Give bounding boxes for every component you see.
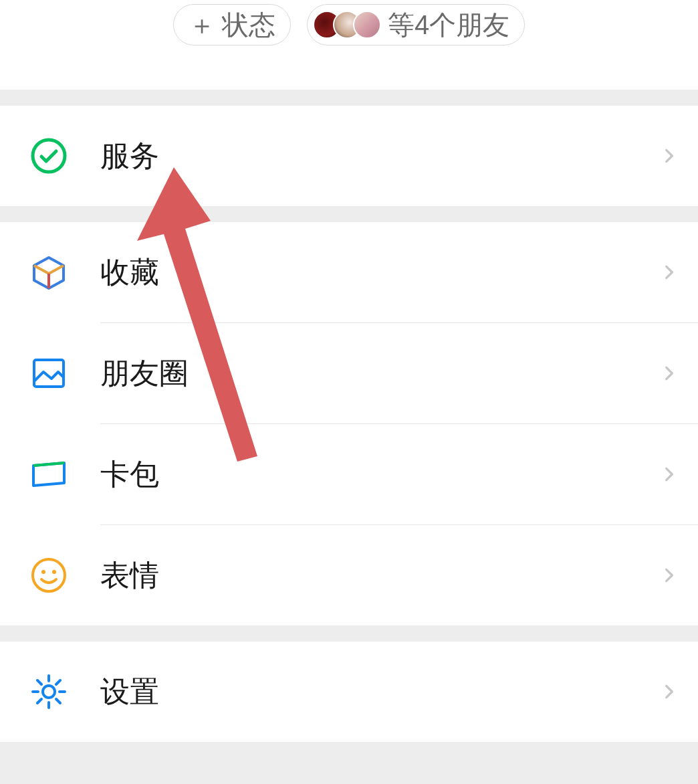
- svg-point-3: [41, 570, 45, 574]
- section-divider: [0, 625, 698, 642]
- settings-icon: [29, 672, 68, 711]
- services-icon: [29, 136, 68, 175]
- chevron-right-icon: [661, 365, 678, 382]
- add-status-button[interactable]: ＋ 状态: [173, 4, 291, 45]
- friends-status-label: 等4个朋友: [388, 7, 509, 43]
- status-button-label: 状态: [222, 7, 275, 43]
- friends-avatars: [313, 11, 381, 39]
- menu-item-label: 卡包: [100, 455, 159, 494]
- chevron-right-icon: [661, 466, 678, 483]
- menu-section-settings: 设置: [0, 642, 698, 742]
- stickers-icon: [29, 556, 68, 595]
- svg-point-0: [33, 140, 65, 172]
- favorites-icon: [29, 253, 68, 292]
- section-divider: [0, 206, 698, 222]
- avatar-icon: [353, 11, 381, 39]
- cards-icon: [29, 455, 68, 494]
- menu-item-stickers[interactable]: 表情: [0, 525, 698, 625]
- menu-item-label: 服务: [100, 136, 159, 176]
- svg-point-4: [52, 570, 56, 574]
- menu-item-label: 收藏: [100, 253, 159, 292]
- menu-section-group: 收藏 朋友圈 卡包: [0, 222, 698, 625]
- section-divider: [0, 90, 698, 106]
- menu-item-label: 设置: [100, 672, 159, 712]
- menu-item-label: 朋友圈: [100, 354, 189, 393]
- menu-item-services[interactable]: 服务: [0, 106, 698, 206]
- plus-icon: ＋: [189, 11, 215, 38]
- menu-item-label: 表情: [100, 556, 159, 595]
- menu-item-cards[interactable]: 卡包: [0, 424, 698, 524]
- svg-point-2: [33, 559, 65, 591]
- menu-item-settings[interactable]: 设置: [0, 642, 698, 742]
- chevron-right-icon: [661, 567, 678, 584]
- menu-item-moments[interactable]: 朋友圈: [0, 323, 698, 423]
- profile-header: ＋ 状态 等4个朋友: [0, 0, 698, 90]
- chevron-right-icon: [661, 147, 678, 165]
- friends-status-button[interactable]: 等4个朋友: [307, 4, 525, 45]
- svg-point-5: [43, 686, 55, 698]
- chevron-right-icon: [661, 683, 678, 700]
- menu-section-services: 服务: [0, 106, 698, 206]
- chevron-right-icon: [661, 264, 678, 281]
- moments-icon: [29, 354, 68, 393]
- menu-item-favorites[interactable]: 收藏: [0, 222, 698, 322]
